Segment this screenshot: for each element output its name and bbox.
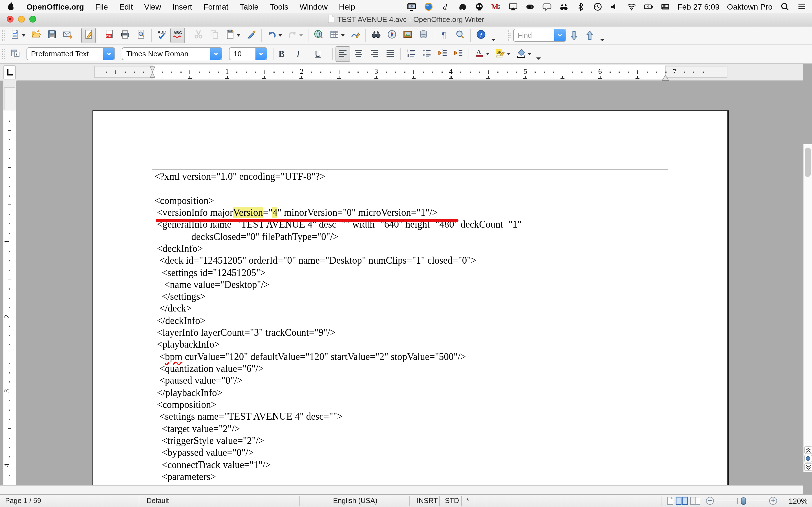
toolbar-grip[interactable] [2,48,5,59]
tab-stop-marker[interactable] [486,76,490,79]
background-color-dropdown-arrow[interactable] [528,53,531,55]
insert-table-dropdown-arrow[interactable] [341,34,345,36]
text-frame[interactable]: <?xml version="1.0" encoding="UTF-8"?><c… [152,169,668,485]
find-toolbar-grip[interactable] [507,30,511,41]
document-page[interactable]: <?xml version="1.0" encoding="UTF-8"?><c… [93,110,729,485]
format-paintbrush-button[interactable] [244,27,258,43]
align-left-button[interactable] [336,46,350,62]
vertical-ruler[interactable]: 1234 [3,80,16,485]
volume-icon[interactable] [610,2,619,11]
zoom-out-icon[interactable]: − [706,497,714,505]
nonprinting-characters-button[interactable]: ¶ [437,27,452,43]
vertical-scrollbar[interactable] [803,144,812,472]
zoom-slider[interactable]: − + [706,496,777,506]
tab-stop-marker[interactable] [300,76,304,79]
tab-stop-marker[interactable] [225,76,229,79]
messages-icon[interactable] [542,2,552,11]
spellcheck-button[interactable]: ABC [154,27,169,43]
tab-stop-marker[interactable] [412,76,416,79]
undo-button[interactable] [264,27,284,43]
zoom-in-icon[interactable]: + [769,497,777,505]
tab-stop-marker[interactable] [561,76,565,79]
tab-stop-marker[interactable] [523,76,527,79]
book-layout-icon[interactable] [690,496,701,505]
styles-panel-button[interactable]: ¶ [8,46,22,62]
language-field[interactable]: English (USA) [305,497,406,505]
multi-page-layout-icon[interactable] [675,496,688,505]
scrollbar-thumb[interactable] [805,148,811,177]
align-right-button[interactable] [367,46,382,62]
paragraph-style-combo[interactable]: Preformatted Text [27,47,115,60]
first-line-indent-marker[interactable] [150,66,155,80]
screen-sharing-icon[interactable] [407,2,416,11]
find-previous-button[interactable] [582,27,597,43]
battery-charging-icon[interactable] [644,2,653,11]
find-dropdown[interactable] [554,29,566,41]
font-name-combo[interactable]: Times New Roman [122,47,222,60]
document-text[interactable]: <?xml version="1.0" encoding="UTF-8"?><c… [152,170,668,485]
zoom-button[interactable] [453,27,467,43]
redo-button[interactable] [285,27,305,43]
tab-stop-marker[interactable] [636,76,640,79]
decrease-indent-button[interactable] [435,46,450,62]
menu-insert[interactable]: Insert [167,2,198,11]
wifi-icon[interactable] [627,2,637,11]
notification-center-icon[interactable] [797,2,806,11]
help-button[interactable]: ? [474,27,488,43]
close-button[interactable] [7,16,13,22]
email-document-button[interactable] [60,27,75,43]
creature-app-icon[interactable] [474,2,484,11]
gallery-button[interactable] [400,27,415,43]
tab-stop-marker[interactable] [337,76,341,79]
menu-openoffice-org[interactable]: OpenOffice.org [21,2,90,11]
zoom-level[interactable]: 120% [789,497,808,505]
menu-window[interactable]: Window [294,2,333,11]
page-preview-button[interactable] [134,27,148,43]
horizontal-scrollbar[interactable] [0,485,803,494]
auto-spellcheck-button[interactable]: ABC [170,27,185,43]
font-size-combo-dropdown[interactable] [255,48,267,60]
menu-view[interactable]: View [139,2,167,11]
zoom-window-button[interactable] [29,16,36,22]
undo-dropdown-arrow[interactable] [278,34,282,36]
page-style-field[interactable]: Default [147,497,169,505]
paste-button[interactable] [223,27,243,43]
menu-file[interactable]: File [90,2,114,11]
cut-button[interactable] [191,27,206,43]
toolbar-grip[interactable] [2,30,5,41]
spotlight-icon[interactable] [780,2,790,11]
d-app-icon[interactable]: d [441,2,450,11]
mail-m-icon[interactable]: M3 [492,2,501,11]
background-color-button[interactable] [514,46,534,62]
font-color-button[interactable]: A [472,46,492,62]
single-page-layout-icon[interactable] [666,496,674,505]
zoom-slider-thumb[interactable] [741,497,746,505]
save-button[interactable] [45,27,59,43]
tab-stop-marker[interactable] [262,76,266,79]
increase-indent-button[interactable] [451,46,466,62]
next-page-button[interactable] [804,463,812,471]
standard-toolbar-overflow[interactable] [490,26,497,44]
align-center-button[interactable] [351,46,366,62]
insert-mode-field[interactable]: INSRT [417,497,438,505]
document-proxy-icon[interactable] [327,14,335,24]
menu-tools[interactable]: Tools [264,2,294,11]
paste-dropdown-arrow[interactable] [237,34,240,36]
tab-stop-marker[interactable] [598,76,602,79]
new-document-button[interactable] [8,27,28,43]
insert-table-button[interactable] [327,27,347,43]
binoculars-app-icon[interactable] [559,2,569,11]
apple-menu-icon[interactable] [7,2,15,11]
find-and-replace-button[interactable] [369,27,384,43]
menubar-user[interactable]: Oaktown Pro [727,2,772,11]
highlighting-dropdown-arrow[interactable] [507,53,510,55]
capsule-app-icon[interactable] [525,2,535,11]
navigator-button[interactable] [385,27,399,43]
tab-stop-marker[interactable] [188,76,192,79]
sphere-app-icon[interactable] [424,2,434,11]
keyboard-input-icon[interactable] [661,2,670,11]
font-name-combo-dropdown[interactable] [210,48,221,60]
previous-page-button[interactable] [804,446,812,454]
navigation-button[interactable] [804,455,812,462]
find-toolbar-overflow[interactable] [599,26,606,44]
